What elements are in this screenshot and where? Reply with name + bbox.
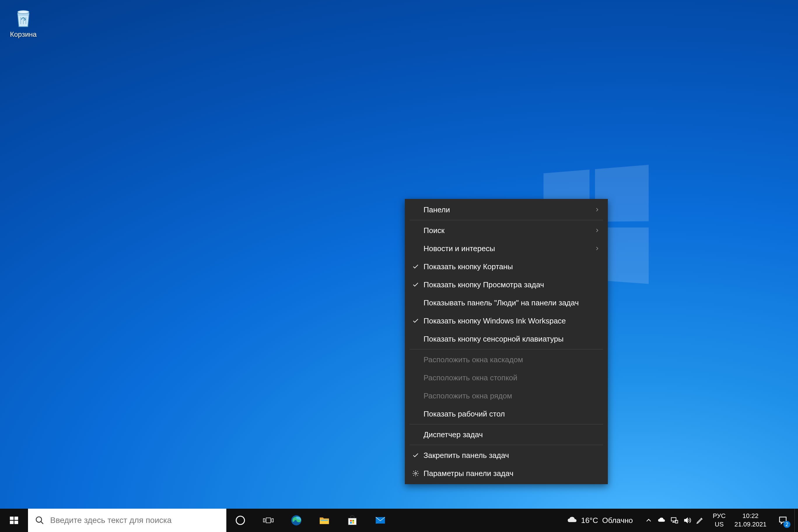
menu-label: Диспетчер задач [421, 430, 600, 439]
check-icon [410, 281, 421, 288]
svg-rect-4 [10, 520, 14, 524]
network-icon [670, 516, 679, 525]
menu-lock-taskbar[interactable]: Закрепить панель задач [405, 446, 608, 464]
svg-rect-9 [266, 518, 270, 522]
start-button[interactable] [0, 509, 28, 532]
menu-news[interactable]: Новости и интересы [405, 240, 608, 258]
check-icon [410, 263, 421, 270]
windows-icon [9, 515, 19, 525]
gear-icon [410, 470, 421, 477]
tray-ink[interactable] [694, 509, 706, 532]
notification-badge: 2 [783, 521, 791, 528]
svg-point-0 [18, 11, 29, 14]
menu-show-touchkb[interactable]: Показать кнопку сенсорной клавиатуры [405, 330, 608, 348]
action-center[interactable]: 2 [771, 509, 795, 532]
svg-point-6 [36, 517, 42, 522]
menu-label: Параметры панели задач [421, 469, 600, 478]
cortana-button[interactable] [226, 509, 254, 532]
menu-stack: Расположить окна стопкой [405, 369, 608, 387]
taskview-button[interactable] [254, 509, 282, 532]
svg-point-1 [415, 473, 417, 474]
search-input[interactable] [50, 516, 219, 525]
tray-network[interactable] [668, 509, 680, 532]
menu-label: Показать кнопку Просмотра задач [421, 280, 600, 289]
taskbar-spacer[interactable] [394, 509, 559, 532]
menu-label: Показывать панель "Люди" на панели задач [421, 298, 600, 307]
recycle-bin-label: Корзина [8, 30, 38, 38]
chevron-right-icon [594, 244, 600, 253]
menu-show-cortana[interactable]: Показать кнопку Кортаны [405, 258, 608, 276]
tray-overflow[interactable] [643, 509, 654, 532]
taskbar-context-menu: Панели Поиск Новости и интересы Показать… [405, 199, 608, 484]
clock[interactable]: 10:22 21.09.2021 [730, 509, 771, 532]
taskbar[interactable]: 16°C Облачно РУС US 10:22 [0, 509, 798, 532]
edge-app[interactable] [282, 509, 310, 532]
store-app[interactable] [338, 509, 366, 532]
pen-icon [696, 516, 704, 525]
menu-task-manager[interactable]: Диспетчер задач [405, 425, 608, 444]
weather-temp: 16°C [581, 516, 598, 525]
chevron-right-icon [594, 205, 600, 214]
explorer-app[interactable] [310, 509, 338, 532]
chevron-up-icon [645, 516, 653, 525]
cortana-icon [235, 515, 246, 526]
cloud-icon [658, 516, 666, 525]
svg-rect-17 [352, 522, 354, 524]
time: 10:22 [742, 512, 758, 520]
menu-label: Расположить окна стопкой [421, 373, 600, 382]
svg-point-7 [236, 516, 245, 525]
svg-rect-13 [348, 518, 357, 525]
check-icon [410, 452, 421, 459]
svg-rect-3 [14, 516, 18, 520]
desktop[interactable]: Корзина Панели Поиск Новости и интересы … [0, 0, 798, 532]
menu-label: Показать кнопку Windows Ink Workspace [421, 317, 600, 325]
menu-show-people[interactable]: Показывать панель "Люди" на панели задач [405, 294, 608, 312]
weather-widget[interactable]: 16°C Облачно [559, 509, 640, 532]
menu-label: Показать кнопку Кортаны [421, 262, 600, 271]
menu-label: Показать кнопку сенсорной клавиатуры [421, 335, 600, 344]
menu-taskbar-settings[interactable]: Параметры панели задач [405, 464, 608, 482]
menu-search[interactable]: Поиск [405, 221, 608, 240]
menu-show-ink[interactable]: Показать кнопку Windows Ink Workspace [405, 312, 608, 330]
menu-label: Расположить окна рядом [421, 392, 600, 400]
menu-show-desktop[interactable]: Показать рабочий стол [405, 405, 608, 423]
folder-icon [319, 515, 330, 526]
volume-icon [683, 516, 691, 525]
mail-app[interactable] [366, 509, 394, 532]
menu-label: Закрепить панель задач [421, 451, 600, 460]
edge-icon [291, 515, 302, 526]
check-icon [410, 317, 421, 324]
show-desktop-button[interactable] [795, 509, 798, 532]
menu-label: Новости и интересы [421, 244, 594, 253]
cloud-icon [566, 515, 577, 526]
svg-rect-15 [352, 520, 354, 521]
store-icon [347, 515, 358, 526]
svg-rect-8 [263, 518, 265, 522]
menu-label: Показать рабочий стол [421, 410, 600, 419]
menu-separator [410, 349, 603, 349]
date: 21.09.2021 [735, 520, 766, 529]
svg-rect-10 [271, 518, 273, 522]
svg-rect-14 [350, 520, 352, 521]
menu-separator [410, 445, 603, 445]
recycle-bin-icon [13, 8, 34, 28]
search-box[interactable] [28, 509, 226, 532]
menu-label: Расположить окна каскадом [421, 355, 600, 364]
menu-show-taskview[interactable]: Показать кнопку Просмотра задач [405, 276, 608, 294]
menu-label: Поиск [421, 226, 594, 235]
svg-rect-2 [10, 516, 14, 520]
menu-label: Панели [421, 205, 594, 214]
search-icon [35, 516, 44, 525]
mail-icon [375, 515, 386, 526]
menu-separator [410, 424, 603, 424]
menu-panels[interactable]: Панели [405, 201, 608, 219]
tray-volume[interactable] [681, 509, 693, 532]
svg-rect-5 [14, 520, 18, 524]
svg-rect-16 [350, 522, 352, 524]
lang-primary: РУС [713, 512, 726, 520]
chevron-right-icon [594, 226, 600, 235]
tray-onedrive[interactable] [656, 509, 667, 532]
language-indicator[interactable]: РУС US [709, 509, 730, 532]
taskview-icon [263, 515, 274, 526]
recycle-bin[interactable]: Корзина [6, 6, 41, 41]
